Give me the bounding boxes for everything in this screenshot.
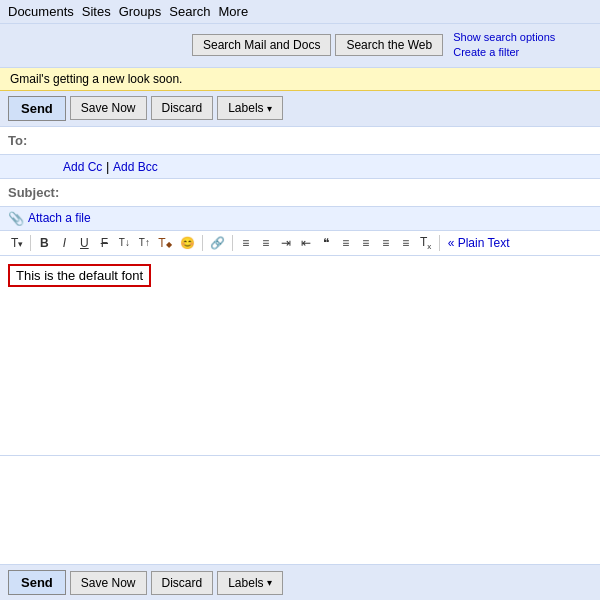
ordered-list-button[interactable]: ≡ xyxy=(237,235,255,251)
search-options: Show search options Create a filter xyxy=(453,30,555,61)
save-now-button-top[interactable]: Save Now xyxy=(70,96,147,120)
cc-bcc-row: Add Cc | Add Bcc xyxy=(0,155,600,179)
subject-input[interactable] xyxy=(63,183,592,202)
align-justify-button[interactable]: ≡ xyxy=(397,235,415,251)
labels-dropdown-icon: ▾ xyxy=(267,103,272,114)
outdent-button[interactable]: ⇤ xyxy=(297,235,315,251)
search-web-button[interactable]: Search the Web xyxy=(335,34,443,56)
plain-text-link[interactable]: « Plain Text xyxy=(448,236,510,250)
bold-button[interactable]: B xyxy=(35,235,53,251)
send-button-bottom[interactable]: Send xyxy=(8,570,66,595)
attach-file-link[interactable]: Attach a file xyxy=(28,211,91,225)
search-row: Search Mail and Docs Search the Web Show… xyxy=(0,24,600,68)
to-label: To: xyxy=(8,133,63,148)
compose-toolbar-top: Send Save Now Discard Labels ▾ xyxy=(0,91,600,127)
attach-row: 📎 Attach a file xyxy=(0,207,600,231)
font-color-button[interactable]: T◆ xyxy=(155,235,174,251)
emoji-button[interactable]: 😊 xyxy=(177,235,198,251)
add-bcc-link[interactable]: Add Bcc xyxy=(113,160,158,174)
top-nav: Documents Sites Groups Search More xyxy=(0,0,600,24)
gmail-notice: Gmail's getting a new look soon. xyxy=(0,68,600,91)
underline-button[interactable]: U xyxy=(75,235,93,251)
font-size-increase-button[interactable]: T↑ xyxy=(135,236,153,249)
subject-label: Subject: xyxy=(8,185,63,200)
blockquote-button[interactable]: ❝ xyxy=(317,235,335,251)
font-size-decrease-button[interactable]: T↓ xyxy=(115,236,133,249)
save-now-button-bottom[interactable]: Save Now xyxy=(70,571,147,595)
format-toolbar: T▾ B I U F T↓ T↑ T◆ 😊 🔗 ≡ ≡ ⇥ ⇤ ❝ ≡ ≡ ≡ … xyxy=(0,231,600,256)
nav-more[interactable]: More xyxy=(219,4,249,19)
unordered-list-button[interactable]: ≡ xyxy=(257,235,275,251)
link-button[interactable]: 🔗 xyxy=(207,235,228,251)
subject-row: Subject: xyxy=(0,179,600,207)
to-row: To: xyxy=(0,127,600,155)
send-button-top[interactable]: Send xyxy=(8,96,66,121)
indent-button[interactable]: ⇥ xyxy=(277,235,295,251)
labels-button-bottom[interactable]: Labels ▾ xyxy=(217,571,282,595)
remove-format-button[interactable]: Tx xyxy=(417,234,435,252)
strikethrough-button[interactable]: F xyxy=(95,235,113,251)
nav-search[interactable]: Search xyxy=(169,4,210,19)
paperclip-icon: 📎 xyxy=(8,211,24,226)
discard-button-bottom[interactable]: Discard xyxy=(151,571,214,595)
nav-sites[interactable]: Sites xyxy=(82,4,111,19)
discard-button-top[interactable]: Discard xyxy=(151,96,214,120)
align-right-button[interactable]: ≡ xyxy=(377,235,395,251)
font-family-button[interactable]: T▾ xyxy=(8,235,26,251)
labels-button-top[interactable]: Labels ▾ xyxy=(217,96,282,120)
italic-button[interactable]: I xyxy=(55,235,73,251)
search-mail-docs-button[interactable]: Search Mail and Docs xyxy=(192,34,331,56)
email-body[interactable]: This is the default font xyxy=(0,256,600,456)
add-cc-link[interactable]: Add Cc xyxy=(63,160,102,174)
compose-area: To: Add Cc | Add Bcc Subject: 📎 Attach a… xyxy=(0,127,600,456)
align-center-button[interactable]: ≡ xyxy=(357,235,375,251)
to-input[interactable] xyxy=(63,131,592,150)
show-search-options-link[interactable]: Show search options xyxy=(453,30,555,45)
nav-documents[interactable]: Documents xyxy=(8,4,74,19)
create-filter-link[interactable]: Create a filter xyxy=(453,45,555,60)
compose-toolbar-bottom: Send Save Now Discard Labels ▾ xyxy=(0,564,600,600)
nav-groups[interactable]: Groups xyxy=(119,4,162,19)
align-left-button[interactable]: ≡ xyxy=(337,235,355,251)
labels-dropdown-icon-bottom: ▾ xyxy=(267,577,272,588)
default-font-text: This is the default font xyxy=(8,264,151,287)
